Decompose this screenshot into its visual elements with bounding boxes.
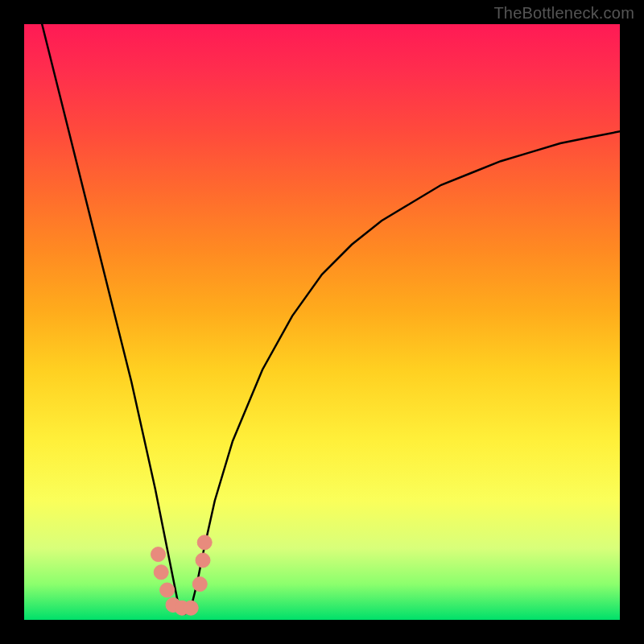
chart-frame: TheBottleneck.com: [0, 0, 644, 644]
trough-marker: [151, 547, 166, 562]
plot-area: [24, 24, 620, 620]
trough-marker: [184, 601, 198, 615]
watermark-text: TheBottleneck.com: [493, 4, 634, 23]
curve-svg: [24, 24, 620, 620]
trough-marker: [196, 553, 210, 568]
bottleneck-curve: [42, 24, 620, 614]
trough-marker: [160, 583, 175, 597]
trough-marker: [192, 577, 207, 592]
trough-marker: [197, 535, 212, 550]
trough-markers: [151, 535, 213, 615]
trough-marker: [154, 565, 168, 580]
